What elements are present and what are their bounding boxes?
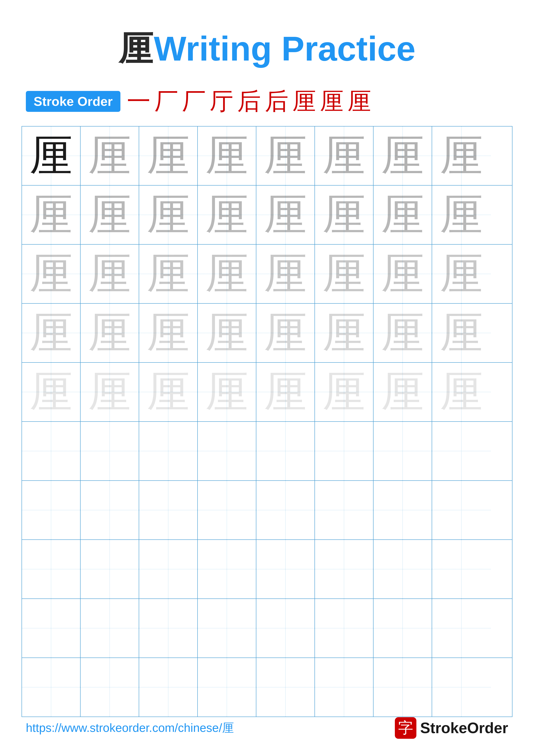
grid-cell: 厘 <box>432 304 491 362</box>
grid-cell <box>22 599 81 658</box>
grid-cell: 厘 <box>315 245 373 303</box>
cell-character: 厘 <box>322 252 366 295</box>
cell-character: 厘 <box>147 370 190 414</box>
stroke-1: 一 <box>127 85 151 118</box>
grid-cell <box>139 658 198 716</box>
grid-cell: 厘 <box>81 304 139 362</box>
grid-cell: 厘 <box>256 304 315 362</box>
grid-cell: 厘 <box>139 304 198 362</box>
grid-cell: 厘 <box>315 126 373 185</box>
grid-cell: 厘 <box>373 304 432 362</box>
grid-cell <box>315 599 373 658</box>
grid-cell <box>432 599 491 658</box>
cell-character: 厘 <box>147 193 190 236</box>
practice-grid: 厘厘厘厘厘厘厘厘厘厘厘厘厘厘厘厘厘厘厘厘厘厘厘厘厘厘厘厘厘厘厘厘厘厘厘厘厘厘厘厘 <box>21 126 513 717</box>
grid-cell <box>256 599 315 658</box>
cell-character: 厘 <box>264 193 307 236</box>
grid-row: 厘厘厘厘厘厘厘厘 <box>22 304 512 363</box>
grid-cell <box>256 540 315 599</box>
grid-cell <box>432 422 491 480</box>
grid-cell: 厘 <box>198 126 256 185</box>
stroke-9: 厘 <box>347 85 371 118</box>
grid-cell <box>315 481 373 539</box>
cell-character: 厘 <box>30 311 73 355</box>
stroke-7: 厘 <box>292 85 316 118</box>
grid-cell <box>432 540 491 599</box>
grid-cell <box>22 540 81 599</box>
cell-character: 厘 <box>30 252 73 295</box>
stroke-5: 后 <box>237 85 261 118</box>
grid-cell: 厘 <box>22 126 81 185</box>
grid-cell: 厘 <box>373 126 432 185</box>
grid-cell <box>81 481 139 539</box>
cell-character: 厘 <box>381 252 424 295</box>
grid-cell: 厘 <box>22 363 81 421</box>
grid-cell <box>139 599 198 658</box>
grid-cell <box>198 658 256 716</box>
grid-cell: 厘 <box>81 126 139 185</box>
cell-character: 厘 <box>381 370 424 414</box>
grid-cell: 厘 <box>373 363 432 421</box>
grid-cell <box>315 658 373 716</box>
cell-character: 厘 <box>205 311 248 355</box>
grid-row <box>22 658 512 716</box>
grid-cell <box>22 481 81 539</box>
stroke-2: 厂 <box>154 85 178 118</box>
cell-character: 厘 <box>381 311 424 355</box>
grid-cell <box>432 658 491 716</box>
grid-cell: 厘 <box>198 186 256 244</box>
cell-character: 厘 <box>88 193 131 236</box>
cell-character: 厘 <box>264 252 307 295</box>
title-text: Writing Practice <box>154 29 416 68</box>
grid-cell: 厘 <box>256 126 315 185</box>
footer-url[interactable]: https://www.strokeorder.com/chinese/厘 <box>26 720 234 736</box>
grid-cell: 厘 <box>256 186 315 244</box>
cell-character: 厘 <box>322 311 366 355</box>
cell-character: 厘 <box>264 134 307 177</box>
cell-character: 厘 <box>440 370 483 414</box>
grid-cell <box>198 599 256 658</box>
brand-icon: 字 <box>395 717 417 739</box>
grid-row: 厘厘厘厘厘厘厘厘 <box>22 186 512 245</box>
grid-row: 厘厘厘厘厘厘厘厘 <box>22 363 512 422</box>
stroke-3: 厂 <box>182 85 206 118</box>
grid-cell <box>22 658 81 716</box>
grid-cell <box>256 481 315 539</box>
grid-cell <box>22 422 81 480</box>
grid-cell <box>373 422 432 480</box>
grid-cell: 厘 <box>198 245 256 303</box>
grid-cell: 厘 <box>198 363 256 421</box>
grid-cell: 厘 <box>256 245 315 303</box>
stroke-order-badge: Stroke Order <box>26 91 120 112</box>
cell-character: 厘 <box>205 193 248 236</box>
grid-cell: 厘 <box>432 363 491 421</box>
grid-cell <box>81 422 139 480</box>
grid-cell: 厘 <box>315 186 373 244</box>
grid-cell: 厘 <box>81 245 139 303</box>
cell-character: 厘 <box>88 134 131 177</box>
grid-cell <box>315 540 373 599</box>
grid-cell: 厘 <box>315 363 373 421</box>
cell-character: 厘 <box>205 370 248 414</box>
footer-brand: 字 StrokeOrder <box>395 717 508 739</box>
title-chinese-char: 厘 <box>118 30 153 68</box>
stroke-4: 厅 <box>210 85 233 118</box>
grid-cell <box>256 658 315 716</box>
grid-cell: 厘 <box>22 304 81 362</box>
cell-character: 厘 <box>205 134 248 177</box>
grid-cell: 厘 <box>432 245 491 303</box>
grid-cell: 厘 <box>432 126 491 185</box>
brand-name: StrokeOrder <box>420 719 508 737</box>
cell-character: 厘 <box>88 370 131 414</box>
grid-row <box>22 422 512 481</box>
cell-character: 厘 <box>440 193 483 236</box>
grid-cell <box>256 422 315 480</box>
footer: https://www.strokeorder.com/chinese/厘 字 … <box>0 717 534 739</box>
grid-cell <box>139 422 198 480</box>
cell-character: 厘 <box>322 370 366 414</box>
grid-cell <box>373 540 432 599</box>
grid-cell: 厘 <box>373 186 432 244</box>
cell-character: 厘 <box>30 134 73 177</box>
grid-cell <box>198 422 256 480</box>
grid-cell <box>315 422 373 480</box>
